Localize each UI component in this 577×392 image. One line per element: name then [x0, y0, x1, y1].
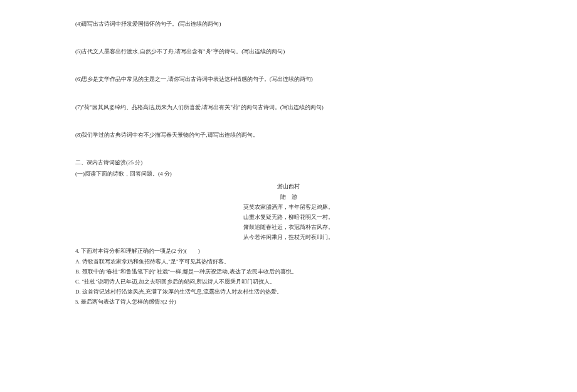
section-2-title-text: 二、课内古诗词鉴赏(25 分) [75, 159, 142, 166]
sub-question-5-text: 5. 最后两句表达了诗人怎样的感情?(2 分) [75, 299, 176, 305]
option-a-text: A. 诗歌首联写农家拿鸡和鱼招待客人,"足"字可见其热情好客。 [75, 258, 230, 265]
question-5-text: (5)古代文人墨客出行渡水,自然少不了舟,请写出含有"舟"字的诗句。(写出连续的… [75, 48, 285, 55]
option-a: A. 诗歌首联写农家拿鸡和鱼招待客人,"足"字可见其热情好客。 [75, 257, 502, 267]
option-d: D. 这首诗记述村行沿途风光,充满了浓厚的生活气息,流露出诗人对农村生活的热爱。 [75, 287, 502, 297]
mc-question-4-text: 4. 下面对本诗分析和理解正确的一项是(2 分)( ) [75, 248, 200, 254]
option-c: C. "拄杖"说明诗人已年迈,加之去职回乡后的郁闷,所以诗人不愿乘月叩门叨扰人。 [75, 277, 502, 287]
mc-question-4: 4. 下面对本诗分析和理解正确的一项是(2 分)( ) [75, 246, 502, 256]
poem-line-4: 从今若许闲乘月，拄杖无时夜叩门。 [75, 232, 502, 242]
question-8: (8)我们学过的古典诗词中有不少描写春天景物的句子,请写出连续的两句。 [75, 130, 502, 140]
section-2-title: 二、课内古诗词鉴赏(25 分) [75, 157, 502, 167]
option-b-text: B. 颈联中的"春社"和鲁迅笔下的"社戏"一样,都是一种庆祝活动,表达了农民丰收… [75, 268, 297, 275]
poem-line-3: 箫鼓追随春社近，衣冠简朴古风存。 [75, 222, 502, 232]
option-d-text: D. 这首诗记述村行沿途风光,充满了浓厚的生活气息,流露出诗人对农村生活的热爱。 [75, 289, 283, 295]
poem-line-1-text: 莫笑农家腊酒浑，丰年留客足鸡豚。 [243, 204, 334, 210]
question-4-text: (4)请写出古诗词中抒发爱国情怀的句子。(写出连续的两句) [75, 21, 221, 27]
question-7: (7)"荷"因其风姿绰约、品格高洁,历来为人们所喜爱,请写出有关"荷"的两句古诗… [75, 102, 502, 112]
poem-line-4-text: 从今若许闲乘月，拄杖无时夜叩门。 [243, 234, 334, 240]
option-b: B. 颈联中的"春社"和鲁迅笔下的"社戏"一样,都是一种庆祝活动,表达了农民丰收… [75, 267, 502, 277]
sub-question-5: 5. 最后两句表达了诗人怎样的感情?(2 分) [75, 297, 502, 307]
poem-line-1: 莫笑农家腊酒浑，丰年留客足鸡豚。 [75, 202, 502, 212]
poem-title: 游山西村 [75, 181, 502, 191]
question-6: (6)思乡是文学作品中常见的主题之一,请你写出古诗词中表达这种情感的句子。(写出… [75, 74, 502, 84]
question-5: (5)古代文人墨客出行渡水,自然少不了舟,请写出含有"舟"字的诗句。(写出连续的… [75, 46, 502, 56]
reading-1-intro: (一)阅读下面的诗歌，回答问题。(4 分) [75, 169, 502, 179]
poem-line-3-text: 箫鼓追随春社近，衣冠简朴古风存。 [243, 224, 334, 230]
question-8-text: (8)我们学过的古典诗词中有不少描写春天景物的句子,请写出连续的两句。 [75, 132, 258, 138]
poem-line-2-text: 山重水复疑无路，柳暗花明又一村。 [243, 214, 334, 220]
poem-title-text: 游山西村 [277, 183, 300, 189]
question-7-text: (7)"荷"因其风姿绰约、品格高洁,历来为人们所喜爱,请写出有关"荷"的两句古诗… [75, 104, 324, 110]
reading-1-intro-text: (一)阅读下面的诗歌，回答问题。(4 分) [75, 171, 172, 177]
option-c-text: C. "拄杖"说明诗人已年迈,加之去职回乡后的郁闷,所以诗人不愿乘月叩门叨扰人。 [75, 278, 275, 285]
poem-author: 陆 游 [75, 192, 502, 202]
question-4: (4)请写出古诗词中抒发爱国情怀的句子。(写出连续的两句) [75, 19, 502, 29]
poem-line-2: 山重水复疑无路，柳暗花明又一村。 [75, 212, 502, 222]
poem-author-text: 陆 游 [280, 194, 297, 200]
question-6-text: (6)思乡是文学作品中常见的主题之一,请你写出古诗词中表达这种情感的句子。(写出… [75, 76, 313, 82]
